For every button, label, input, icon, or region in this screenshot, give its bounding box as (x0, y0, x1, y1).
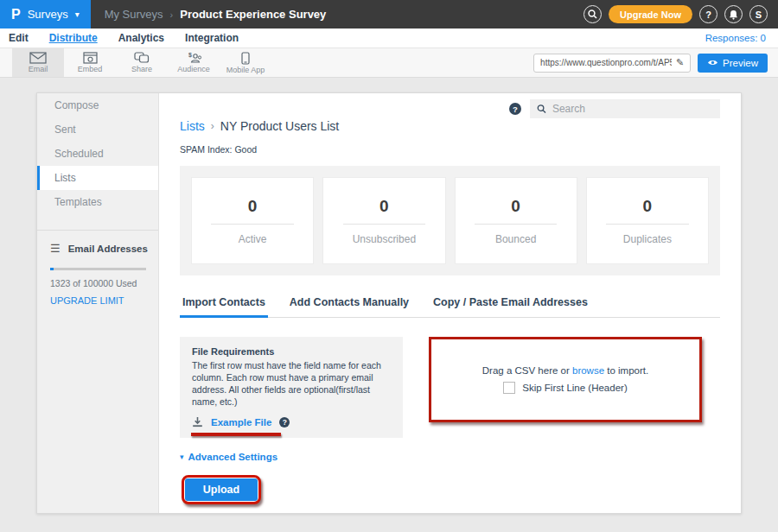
sidebar-item-lists[interactable]: Lists (37, 166, 158, 190)
skip-first-line-row: Skip First Line (Header) (503, 382, 627, 394)
edit-url-icon[interactable]: ✎ (676, 57, 684, 68)
embed-icon (83, 52, 98, 64)
breadcrumb-my-surveys[interactable]: My Surveys (105, 8, 163, 21)
surveys-menu-label: Surveys (28, 8, 68, 21)
upgrade-limit-link[interactable]: UPGRADE LIMIT (50, 295, 148, 306)
question-icon: ? (513, 104, 518, 114)
stat-label: Bounced (495, 233, 536, 245)
file-requirements-box: File Requirements The first row must hav… (180, 337, 403, 438)
upgrade-now-button[interactable]: Upgrade Now (609, 5, 692, 23)
tool-mobile-app-label: Mobile App (226, 66, 265, 74)
surveys-menu[interactable]: P Surveys ▾ (0, 0, 91, 28)
csv-dropzone[interactable]: Drag a CSV here or browse to import. Ski… (429, 337, 702, 422)
usage-progress-bar (50, 268, 146, 270)
stat-divider (343, 224, 425, 225)
breadcrumb-list-name: NY Product Users List (220, 119, 339, 133)
skip-first-line-label: Skip First Line (Header) (522, 383, 627, 393)
example-file-row[interactable]: Example File ? (192, 416, 391, 428)
search-input[interactable] (552, 103, 713, 115)
browse-link[interactable]: browse (572, 365, 604, 376)
email-sidebar: Compose Sent Scheduled Lists Templates ☰… (37, 93, 159, 513)
tool-embed-label: Embed (78, 65, 103, 73)
chevron-down-icon: ▾ (75, 10, 80, 19)
stat-label: Active (239, 233, 267, 245)
usage-progress-fill (50, 268, 54, 270)
survey-url-field[interactable]: https://www.questionpro.com/t/AP53kZgfo … (533, 54, 691, 73)
main-top-row: ? (180, 99, 720, 118)
mobile-app-icon (241, 52, 250, 65)
tool-audience[interactable]: $ Audience (168, 48, 220, 77)
distribute-toolbar: Email Embed Share $ Audience Mobile App … (0, 48, 778, 78)
questionpro-logo: P (11, 7, 21, 22)
help-button[interactable]: ? (699, 5, 717, 23)
notifications-button[interactable] (724, 5, 743, 23)
tool-embed[interactable]: Embed (64, 48, 116, 77)
page-help-button[interactable]: ? (509, 103, 521, 115)
responses-count[interactable]: Responses: 0 (705, 33, 769, 43)
subnav-distribute[interactable]: Distribute (49, 32, 98, 44)
list-stats-panel: 0 Active 0 Unsubscribed 0 Bounced 0 (180, 166, 720, 276)
sidebar-item-sent[interactable]: Sent (37, 117, 158, 142)
stat-card-duplicates: 0 Duplicates (586, 177, 709, 264)
file-requirements-text: The first row must have the field name f… (192, 360, 391, 408)
sidebar-item-compose[interactable]: Compose (37, 93, 158, 117)
top-navbar: P Surveys ▾ My Surveys › Product Experie… (0, 0, 778, 28)
annotation-frame-upload: Upload (182, 475, 261, 504)
subnav-analytics[interactable]: Analytics (118, 32, 164, 44)
tool-email-label: Email (29, 65, 48, 73)
tool-share[interactable]: Share (116, 48, 168, 77)
survey-url: https://www.questionpro.com/t/AP53kZgfo (540, 58, 672, 67)
example-file-link[interactable]: Example File (211, 417, 271, 428)
toolbar-right: https://www.questionpro.com/t/AP53kZgfo … (533, 48, 778, 77)
stat-label: Unsubscribed (353, 233, 416, 245)
email-addresses-header: ☰ Email Addresses (50, 242, 148, 255)
import-contacts-panel: File Requirements The first row must hav… (180, 337, 720, 438)
stat-value: 0 (511, 197, 520, 216)
tab-copy-paste-email-addresses[interactable]: Copy / Paste Email Addresses (430, 296, 590, 317)
list-breadcrumb: Lists › NY Product Users List (180, 119, 720, 133)
annotation-underline (191, 433, 281, 436)
breadcrumb-lists-link[interactable]: Lists (180, 119, 205, 133)
list-detail-main: ? Lists › NY Product Users List SPAM Ind… (159, 93, 741, 513)
sidebar-item-templates[interactable]: Templates (37, 190, 158, 214)
upload-button[interactable]: Upload (185, 478, 258, 501)
search-button[interactable] (584, 5, 602, 23)
spam-index: SPAM Index: Good (180, 144, 720, 155)
file-requirements-title: File Requirements (192, 346, 391, 357)
share-icon (134, 52, 150, 64)
dropzone-text-after: to import. (607, 365, 648, 376)
tool-email[interactable]: Email (12, 48, 64, 77)
skip-first-line-checkbox[interactable] (503, 382, 515, 394)
audience-icon: $ (186, 52, 202, 64)
advanced-settings-toggle[interactable]: ▾ Advanced Settings (180, 452, 720, 462)
breadcrumb-survey-title: Product Experience Survey (180, 8, 326, 21)
stat-divider (211, 224, 293, 225)
example-file-help-button[interactable]: ? (279, 417, 290, 428)
eye-icon (707, 59, 718, 66)
search-icon (537, 104, 546, 114)
tool-mobile-app[interactable]: Mobile App (220, 48, 271, 77)
breadcrumb-separator: › (170, 10, 174, 20)
account-avatar[interactable]: S (749, 5, 768, 23)
dropzone-instruction: Drag a CSV here or browse to import. (482, 365, 648, 376)
question-icon: ? (705, 10, 711, 20)
preview-button[interactable]: Preview (698, 54, 768, 73)
contacts-search-box[interactable] (530, 99, 720, 118)
tab-import-contacts[interactable]: Import Contacts (180, 296, 268, 318)
stat-card-unsubscribed: 0 Unsubscribed (322, 177, 445, 264)
survey-subnav: Edit Distribute Analytics Integration Re… (0, 28, 778, 48)
survey-breadcrumb: My Surveys › Product Experience Survey (105, 8, 327, 21)
contacts-tabs: Import Contacts Add Contacts Manually Co… (180, 296, 720, 318)
sidebar-item-scheduled[interactable]: Scheduled (37, 142, 158, 166)
topbar-actions: Upgrade Now ? S (584, 5, 778, 23)
advanced-settings-label: Advanced Settings (188, 452, 278, 462)
page-body: Compose Sent Scheduled Lists Templates ☰… (0, 78, 778, 532)
preview-button-label: Preview (723, 58, 758, 68)
subnav-integration[interactable]: Integration (185, 32, 239, 44)
stat-value: 0 (379, 197, 389, 216)
email-icon (29, 52, 47, 64)
email-addresses-title: Email Addresses (68, 244, 148, 254)
subnav-edit[interactable]: Edit (9, 32, 29, 44)
tab-add-contacts-manually[interactable]: Add Contacts Manually (287, 296, 411, 317)
stat-divider (606, 224, 688, 225)
